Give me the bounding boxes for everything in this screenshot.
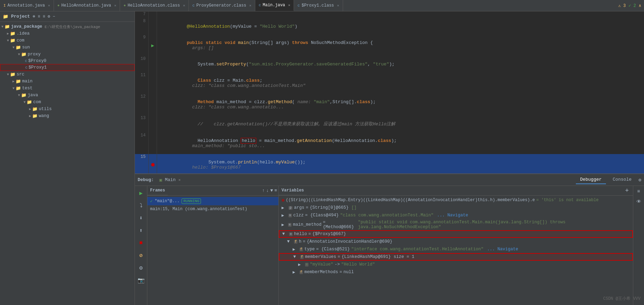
stop-btn[interactable]: ■	[137, 239, 146, 248]
debug-tab-debugger[interactable]: Debugger	[576, 176, 606, 184]
debug-session-close[interactable]: ✕	[178, 178, 181, 182]
check-badge: ✓ 2	[628, 3, 636, 8]
debug-tab-console[interactable]: Console	[609, 176, 636, 184]
frames-settings-btn[interactable]: ≡	[274, 188, 277, 193]
tree-label-wang: wang	[39, 114, 49, 118]
frames-down-btn[interactable]: ↓	[266, 188, 269, 193]
tab-hello-annotation-class[interactable]: ● HelloAnnotation.class ✕	[120, 0, 189, 11]
frames-filter-btn[interactable]: ▼	[270, 188, 273, 193]
var-expand-member[interactable]: ▼	[293, 254, 299, 259]
tree-com[interactable]: ▼ 📁 com	[0, 37, 135, 44]
step-into-btn[interactable]: ⬇	[137, 214, 146, 223]
var-expand-main-method[interactable]: ▶	[282, 222, 287, 227]
tree-main[interactable]: ▶ 📁 main	[0, 78, 135, 85]
var-eq-type: = {Class@521}	[316, 247, 350, 252]
var-member-values[interactable]: ▼ f memberValues = {LinkedHashMap@691} s…	[279, 253, 633, 261]
tree-proxy1[interactable]: c $Proxy1	[0, 64, 135, 71]
var-icon-mm: f	[300, 270, 303, 274]
tree-root[interactable]: ▼ 📁 java_package E:\研究生任务\java_package	[0, 23, 135, 30]
tab-hello-annotation-java[interactable]: ● HelloAnnotation.java ✕	[54, 0, 120, 11]
right-btn-1[interactable]: ≡	[635, 187, 643, 196]
tab-proxy-generator[interactable]: c ProxyGenerator.class ✕	[189, 0, 255, 11]
var-expand-clzz[interactable]: ▶	[282, 213, 287, 218]
frames-up-btn[interactable]: ↑	[262, 188, 265, 193]
expand-icon[interactable]: ∧	[639, 3, 641, 8]
annotation-8: @HelloAnnotation	[187, 24, 230, 29]
frame-item-main-running[interactable]: ✓ "main"@... RUNNING	[147, 197, 278, 205]
code-content-14: HelloAnnotation hello = main_method.getA…	[157, 133, 644, 154]
sidebar: 📁 Project ⊕ ≡ ≡ ⚙ − ▼ 📁 java_package E:\…	[0, 11, 135, 305]
var-expand-args[interactable]: ▶	[282, 205, 287, 210]
code-content-10: System.setProperty("sun.misc.ProxyGenera…	[157, 56, 644, 72]
var-hello[interactable]: ▼ ≡ hello = {$Proxy1@667}	[279, 230, 633, 238]
code-args: (String[] args)	[249, 40, 292, 45]
tree-idea[interactable]: ▶ 📁 .idea	[0, 30, 135, 37]
tab-close-hello[interactable]: ✕	[114, 3, 116, 8]
breakpoint-15[interactable]	[151, 163, 155, 167]
var-clzz[interactable]: ▶ ≡ clzz = {Class@494} "class com.wang.a…	[279, 212, 633, 219]
tab-proxy1-class[interactable]: c $Proxy1.class ✕	[294, 0, 343, 11]
tree-wang[interactable]: ▶ 📁 wang	[0, 113, 135, 119]
code-area[interactable]: 7 8 @HelloAnnotation(myValue = "Hello Wo…	[135, 11, 644, 173]
var-h[interactable]: ▼ f h = {AnnotationInvocationHandler@690…	[279, 238, 633, 245]
var-icon-hello: ≡	[289, 232, 293, 236]
hint-15: hello: $Proxy1@667	[187, 165, 241, 170]
hint-12: clzz: "class com.wang.annotatio...	[187, 105, 284, 110]
var-member-methods[interactable]: ▶ f memberMethods = null	[279, 268, 633, 276]
tree-label-proxy: proxy	[28, 52, 41, 57]
watermark: CSDN @王小希 VVV	[603, 296, 641, 302]
var-expand-mm[interactable]: ▶	[293, 269, 298, 275]
tree-sun[interactable]: ▼ 📁 sun	[0, 44, 135, 51]
run-button-9[interactable]: ▶	[151, 43, 154, 48]
tree-com2[interactable]: ▼ 📁 com	[0, 99, 135, 106]
tree-proxy0[interactable]: c $Proxy0	[0, 58, 135, 64]
var-navigate-clzz[interactable]: ... Navigate	[437, 213, 468, 218]
step-out-btn[interactable]: ⬆	[137, 226, 146, 235]
method-myvalue: myValue	[276, 160, 295, 165]
var-args[interactable]: ▶ p args = {String[0]@665} []	[279, 204, 633, 212]
var-main-method[interactable]: ▶ ≡ main_method = {Method@666} "public s…	[279, 219, 633, 230]
debug-settings-icon[interactable]: ⚙	[638, 177, 641, 183]
var-type[interactable]: ▶ f type = {Class@521} "interface com.wa…	[279, 245, 633, 253]
tab-close-proxy-gen[interactable]: ✕	[249, 3, 251, 8]
var-expand-h[interactable]: ▼	[287, 239, 293, 244]
frame-item-main15[interactable]: main:15, Main (com.wang.annotationTest)	[147, 205, 278, 213]
tab-close-hello-class[interactable]: ✕	[183, 3, 185, 8]
tree-java[interactable]: ▼ 📁 java	[0, 92, 135, 99]
tab-annotation-java[interactable]: I Annotation.java ✕	[0, 0, 54, 11]
tab-close-main[interactable]: ✕	[288, 3, 290, 7]
kw-class4: class	[378, 138, 391, 143]
camera-btn[interactable]: 📷	[137, 276, 146, 285]
tree-utils[interactable]: ▶ 📁 utils	[0, 106, 135, 113]
settings-btn[interactable]: ⚙	[137, 263, 146, 272]
step-over-btn[interactable]: ⤵	[137, 201, 146, 210]
class-icon-proxy1: c	[25, 65, 28, 70]
right-btn-2[interactable]: 👁	[635, 198, 643, 206]
tab-close-proxy1[interactable]: ✕	[337, 3, 339, 8]
var-expand-hello[interactable]: ▼	[282, 232, 288, 236]
project-header: 📁 Project ⊕ ≡ ≡ ⚙ −	[0, 11, 135, 22]
mute-btn[interactable]: ⊘	[137, 251, 146, 260]
var-myvalue[interactable]: ▶ ≡ "myValue" -> "Hello World"	[279, 261, 633, 268]
var-eq-main-method: = {Method@666}	[323, 220, 357, 230]
tree-proxy[interactable]: ▼ 📁 proxy	[0, 51, 135, 58]
var-expand-type[interactable]: ▶	[293, 246, 298, 252]
tab-main-java[interactable]: c Main.java ✕	[255, 0, 294, 11]
tree-src[interactable]: ▼ 📁 src	[0, 71, 135, 78]
var-expand-myval[interactable]: ▶	[298, 262, 304, 267]
method-main: main	[238, 40, 249, 45]
var-icon-args: p	[288, 206, 293, 210]
tab-close-annotation[interactable]: ✕	[48, 3, 50, 8]
var-icon-member: f	[300, 255, 304, 259]
folder-icon-main: 📁	[16, 79, 21, 84]
line-num-7: 7	[135, 11, 149, 18]
resume-btn[interactable]: ▶	[137, 189, 146, 198]
var-navigate-type[interactable]: ... Navigate	[487, 247, 518, 252]
hint-11: clzz: "class com.wang.annotationTest.Mai…	[187, 83, 305, 88]
tree-arrow-com: ▼	[7, 39, 9, 43]
tree-test[interactable]: ▼ 📁 test	[0, 85, 135, 92]
add-variable-btn[interactable]: +	[622, 187, 633, 194]
code-15: System.out.println(hello.myValue());	[187, 160, 305, 165]
code-12: Method main_method = clzz.getMethod( nam…	[187, 99, 376, 105]
var-error-line[interactable]: ⊗ ((String)((LinkedHashMap.Entry)((Linke…	[279, 196, 633, 204]
